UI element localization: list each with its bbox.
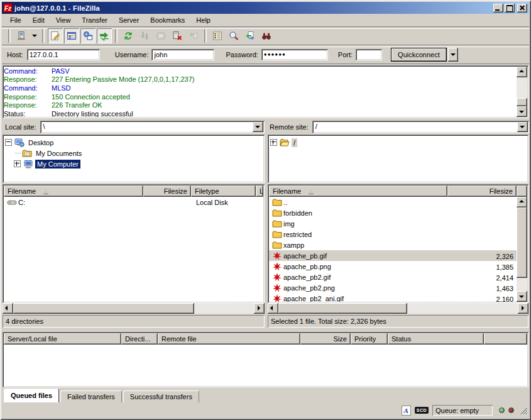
list-item[interactable]: apache_pb2.gif 2,414 — [269, 272, 517, 282]
local-horizontal-scrollbar[interactable] — [3, 303, 265, 314]
toggle-transfer-queue-button[interactable] — [97, 28, 112, 43]
list-item[interactable]: apache_pb2_ani.gif 2,160 — [269, 293, 517, 302]
log-vertical-scrollbar[interactable] — [517, 67, 527, 117]
remote-tree-icon — [83, 31, 93, 41]
quickconnect-dropdown-button[interactable] — [448, 48, 458, 62]
scroll-down-button[interactable] — [517, 291, 527, 302]
host-input[interactable] — [27, 49, 100, 60]
menu-file[interactable]: File — [4, 15, 27, 25]
password-input[interactable] — [261, 49, 328, 60]
process-queue-button[interactable] — [137, 28, 152, 43]
scroll-right-button[interactable] — [254, 303, 265, 314]
toggle-message-log-button[interactable] — [48, 28, 63, 43]
list-item[interactable]: img — [269, 218, 517, 229]
scroll-left-button[interactable] — [268, 303, 278, 314]
queue-col-status[interactable]: Status — [388, 333, 484, 345]
collapse-icon[interactable] — [5, 139, 12, 146]
expand-icon[interactable] — [14, 160, 21, 167]
cancel-operation-button[interactable] — [153, 28, 168, 43]
scroll-right-button[interactable] — [518, 303, 528, 314]
username-input[interactable] — [151, 49, 214, 60]
find-files-button[interactable] — [259, 28, 274, 43]
remote-status-text: Selected 1 file. Total size: 2,326 bytes — [271, 318, 386, 325]
remote-horizontal-scrollbar[interactable] — [268, 303, 528, 314]
list-item[interactable]: .. — [269, 197, 517, 207]
speed-limits-icon[interactable]: SCD — [415, 407, 429, 414]
tree-item-desktop[interactable]: Desktop — [5, 137, 262, 148]
menu-server[interactable]: Server — [113, 15, 145, 25]
triangle-up-icon — [519, 70, 524, 72]
quickconnect-button[interactable]: Quickconnect — [391, 48, 447, 62]
reconnect-button[interactable] — [186, 28, 201, 43]
list-item[interactable]: apache_pb.png 1,385 — [269, 261, 517, 272]
list-item[interactable]: apache_pb2.png 1,463 — [269, 282, 517, 293]
directory-comparison-button[interactable] — [226, 28, 241, 43]
scroll-up-button[interactable] — [517, 67, 527, 77]
queue-col-direction[interactable]: Directi... — [121, 333, 158, 345]
column-header-filename[interactable]: Filename — [269, 185, 447, 197]
disconnect-button[interactable] — [170, 28, 185, 43]
toolbar — [2, 27, 529, 45]
site-manager-dropdown-button[interactable] — [30, 28, 39, 43]
chevron-down-icon — [255, 126, 260, 128]
remote-list-vertical-scrollbar[interactable] — [517, 197, 527, 302]
tree-guide — [15, 153, 21, 153]
minimize-button[interactable] — [493, 4, 503, 13]
list-item[interactable]: forbidden — [269, 207, 517, 218]
scrollbar-thumb[interactable] — [517, 98, 527, 106]
tree-item-my-computer[interactable]: My Computer — [5, 158, 262, 169]
queue-col-priority[interactable]: Priority — [351, 333, 388, 345]
remote-site-dropdown-button[interactable] — [517, 122, 528, 132]
column-header-last-modified[interactable]: L — [256, 185, 263, 197]
tree-item-root[interactable]: / — [270, 137, 526, 148]
toggle-remote-tree-button[interactable] — [80, 28, 96, 43]
title-bar[interactable]: Fz john@127.0.0.1 - FileZilla — [2, 2, 529, 14]
remote-site-value: / — [315, 123, 317, 130]
queue-col-size[interactable]: Size — [300, 333, 351, 345]
list-item[interactable]: restricted — [269, 229, 517, 240]
data-type-indicator-icon[interactable]: A — [402, 406, 411, 416]
tree-item-my-documents[interactable]: My Documents — [5, 148, 262, 158]
column-header-filesize[interactable]: Filesize — [143, 185, 191, 197]
column-header-filename[interactable]: Filename — [4, 185, 143, 197]
refresh-button[interactable] — [121, 28, 136, 43]
list-item-selected[interactable]: apache_pb.gif 2,326 — [269, 250, 517, 261]
tab-successful-transfers[interactable]: Successful transfers — [123, 390, 199, 402]
filter-button[interactable] — [210, 28, 225, 43]
toggle-local-tree-button[interactable] — [64, 28, 79, 43]
column-header-filesize[interactable]: Filesize — [447, 185, 517, 197]
resize-grip[interactable] — [519, 406, 528, 415]
open-site-manager-button[interactable] — [14, 28, 29, 43]
tab-failed-transfers[interactable]: Failed transfers — [60, 390, 122, 402]
menu-view[interactable]: View — [50, 15, 77, 25]
local-site-dropdown-button[interactable] — [253, 122, 263, 132]
scroll-down-button[interactable] — [517, 106, 527, 117]
port-input[interactable] — [356, 49, 382, 60]
image-file-icon — [272, 294, 282, 302]
menu-help[interactable]: Help — [190, 15, 216, 25]
list-item[interactable]: xampp — [269, 240, 517, 250]
menu-edit[interactable]: Edit — [27, 15, 50, 25]
scrollbar-thumb[interactable] — [517, 207, 527, 278]
scroll-left-button[interactable] — [3, 303, 13, 314]
maximize-button[interactable] — [505, 4, 515, 13]
tab-queued-files[interactable]: Queued files — [4, 389, 59, 402]
close-button[interactable] — [517, 4, 527, 13]
queue-col-remote-file[interactable]: Remote file — [158, 333, 300, 345]
sort-ascending-icon — [309, 189, 314, 194]
expand-icon[interactable] — [270, 139, 277, 146]
local-site-combo[interactable]: \ — [40, 121, 265, 133]
remote-site-combo[interactable]: / — [312, 121, 529, 133]
scrollbar-thumb[interactable] — [13, 303, 194, 314]
scrollbar-thumb[interactable] — [278, 303, 407, 314]
list-item[interactable]: C: Local Disk — [4, 197, 263, 207]
column-header-filetype[interactable]: Filetype — [191, 185, 256, 197]
queue-col-server-local-file[interactable]: Server/Local file — [4, 333, 121, 345]
menu-bookmarks[interactable]: Bookmarks — [145, 15, 190, 25]
password-label: Password: — [226, 51, 258, 58]
synchronized-browsing-button[interactable] — [243, 28, 258, 43]
transfer-queue-icon — [99, 31, 109, 41]
menu-transfer[interactable]: Transfer — [76, 15, 113, 25]
disconnect-icon — [172, 31, 182, 41]
scroll-up-button[interactable] — [517, 197, 527, 207]
